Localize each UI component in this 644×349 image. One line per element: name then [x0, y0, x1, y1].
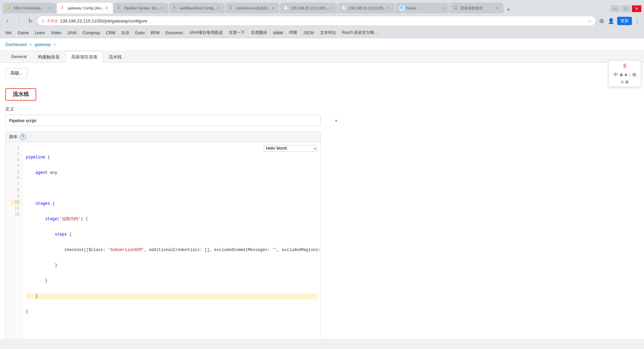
browser-tab-1[interactable]: 🔑 SSH Credentials ✕ — [3, 3, 56, 13]
extensions-button[interactable]: ⊞ — [598, 16, 605, 26]
code-editor: Hello World Scripted Pipeline Declarativ… — [6, 142, 320, 339]
forward-button[interactable]: › — [14, 16, 23, 26]
tab-label-5: Jenkins+svn自动化... — [236, 6, 271, 11]
script-help-button[interactable]: ? — [20, 134, 26, 140]
bookmark-json[interactable]: JSON — [301, 30, 317, 36]
bookmarks-bar: Net Game Learn Video JAVA Compnay CRM SL… — [0, 28, 644, 38]
sogou-icon-plus[interactable]: ⊕ — [625, 79, 629, 85]
bookmark-video[interactable]: Video — [48, 30, 64, 36]
reload-button[interactable]: ↻ — [25, 16, 35, 26]
bookmark-net[interactable]: Net — [3, 30, 14, 36]
new-tab-button[interactable]: + — [504, 6, 513, 13]
definition-select[interactable]: Pipeline script Pipeline script from SCM — [5, 115, 321, 126]
tab-triggers[interactable]: 构建触发器 — [32, 51, 65, 63]
tab-advanced-options[interactable]: 高级项目选项 — [65, 51, 103, 63]
jenkins-content: General 构建触发器 高级项目选项 流水线 高级... 流水线 — [0, 51, 644, 339]
breadcrumb-project[interactable]: gateway — [35, 42, 51, 47]
sogou-logo: S — [623, 63, 627, 70]
tab-label-2: gateway Config [Jen... — [68, 6, 104, 10]
tab-favicon-4: J — [173, 6, 178, 10]
bookmark-java[interactable]: JAVA — [65, 30, 79, 36]
bookmark-ruoyi[interactable]: RuoYi 若依官方网... — [339, 29, 380, 36]
browser-tab-5[interactable]: C Jenkins+svn自动化... ✕ — [225, 3, 279, 13]
bookmark-bilibili2[interactable]: 哔哩 — [286, 29, 300, 36]
code-line-12 — [26, 324, 317, 330]
jenkins-topbar: Dashboard > gateway > — [0, 38, 644, 51]
code-line-8: } — [26, 262, 317, 268]
browser-tab-8[interactable]: N Nacos ✕ — [395, 3, 449, 13]
bookmark-baidu-search[interactable]: 百度一下 — [226, 29, 248, 36]
tab-favicon-3: J — [117, 6, 122, 10]
script-header: 脚本 ? — [6, 132, 320, 142]
tab-favicon-8: N — [399, 6, 404, 10]
pipeline-section-box: 流水线 — [5, 88, 36, 101]
sogou-icon-zhong[interactable]: 中 — [613, 72, 618, 78]
code-toolbar: Hello World Scripted Pipeline Declarativ… — [264, 145, 318, 152]
profile-button[interactable]: 👤 — [606, 16, 616, 26]
menu-button[interactable]: ⋮ — [633, 16, 641, 26]
tab-close-1[interactable]: ✕ — [48, 6, 52, 10]
bookmark-java-weekly[interactable]: JAVA项目每周跟进 — [186, 29, 225, 36]
browser-tab-3[interactable]: J Pipeline Syntax: Sni... ✕ — [113, 3, 168, 13]
back-button[interactable]: ‹ — [3, 16, 12, 26]
tab-close-2[interactable]: ✕ — [104, 6, 109, 10]
bookmark-company[interactable]: Compnay — [80, 30, 103, 36]
bookmark-text-compare[interactable]: 文本对比 — [317, 29, 339, 36]
breadcrumb-dashboard[interactable]: Dashboard — [5, 42, 27, 47]
sogou-icon-lines[interactable]: ≡ — [621, 79, 624, 85]
script-area: 脚本 ? Hello World Scripted Pipeline — [5, 132, 321, 339]
browser-tab-6[interactable]: 📄 139.198.23.115:1105... ✕ — [280, 3, 337, 13]
address-bar[interactable]: ⚠ 不安全 139.198.23.115:11050/job/gateway/c… — [37, 16, 596, 26]
code-lines[interactable]: pipeline { agent any stages { stage('拉取代… — [22, 142, 320, 339]
browser-tab-9[interactable]: 🏠 若依系统首页 ✕ — [450, 3, 503, 13]
tab-close-8[interactable]: ✕ — [441, 6, 445, 10]
sogou-icon-down[interactable]: ↓ — [629, 72, 631, 78]
bookmark-learn[interactable]: Learn — [32, 30, 48, 36]
tab-pipeline[interactable]: 流水线 — [103, 51, 127, 63]
bookmark-slb[interactable]: SLB — [118, 30, 131, 36]
url-text: 139.198.23.115:11050/job/gateway/configu… — [60, 18, 147, 23]
line-numbers: 1 2 3 4 5 6 7 8 9 10 — [6, 142, 22, 339]
tab-close-5[interactable]: ✕ — [271, 6, 275, 10]
bookmark-crm[interactable]: CRM — [103, 30, 118, 36]
bookmark-bilibili[interactable]: bilibili — [270, 30, 285, 36]
close-window-button[interactable]: ✕ — [632, 5, 641, 12]
code-line-2: agent any — [26, 170, 317, 176]
tab-close-7[interactable]: ✕ — [386, 6, 391, 10]
window-controls: ─ □ ✕ — [610, 5, 641, 13]
breadcrumb-sep2: > — [54, 42, 56, 47]
tab-bar: 🔑 SSH Credentials ✕ J gateway Config [Je… — [0, 0, 644, 13]
bookmark-gubo[interactable]: Gubo — [132, 30, 147, 36]
code-line-10: } — [26, 293, 317, 299]
tab-close-9[interactable]: ✕ — [495, 6, 499, 10]
maximize-button[interactable]: □ — [621, 5, 631, 12]
tab-general[interactable]: General — [5, 51, 32, 63]
browser-tab-4[interactable]: J authBackEnd Config... ✕ — [169, 3, 225, 13]
tab-close-3[interactable]: ✕ — [160, 6, 164, 10]
tab-favicon-2: J — [61, 6, 66, 10]
bookmark-economic[interactable]: Economic — [163, 30, 186, 36]
tab-close-4[interactable]: ✕ — [216, 6, 221, 10]
bookmark-baidu-translate[interactable]: 百度翻译 — [248, 29, 270, 36]
line-num-9: 9 — [10, 193, 19, 199]
browser-toolbar-icons: ⊞ 👤 更新 ⋮ — [598, 16, 641, 26]
update-button[interactable]: 更新 — [617, 17, 632, 25]
sogou-icon-dot[interactable]: ◈ — [620, 72, 623, 78]
code-line-4: stages { — [26, 201, 317, 207]
bookmark-game[interactable]: Game — [15, 30, 32, 36]
config-content: 高级... 流水线 定义 Pipeline script Pipeline sc… — [0, 63, 644, 339]
bookmark-bpm[interactable]: BPM — [148, 30, 162, 36]
definition-select-arrow-icon: ▾ — [335, 118, 337, 123]
minimize-button[interactable]: ─ — [610, 5, 620, 12]
browser-tab-2[interactable]: J gateway Config [Jen... ✕ — [57, 3, 113, 13]
code-template-select[interactable]: Hello World Scripted Pipeline Declarativ… — [264, 145, 318, 152]
sogou-icon-grid[interactable]: ⊞ — [632, 72, 636, 78]
advanced-button[interactable]: 高级... — [5, 68, 28, 78]
sogou-icon-circle[interactable]: ● — [625, 72, 627, 78]
bookmark-star-icon[interactable]: ☆ — [588, 18, 592, 23]
line-num-4: 4 — [10, 163, 19, 169]
tab-close-6[interactable]: ✕ — [329, 6, 333, 10]
tab-favicon-7: 📄 — [342, 6, 346, 10]
tab-label-4: authBackEnd Config... — [180, 6, 216, 10]
browser-tab-7[interactable]: 📄 139.198.23.115:1105... ✕ — [338, 3, 395, 13]
